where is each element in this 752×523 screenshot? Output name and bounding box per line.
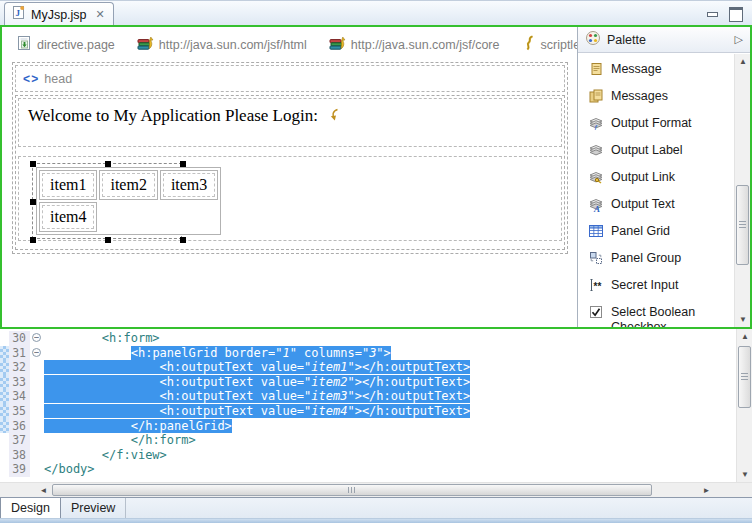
- code-segment: </f:view>: [102, 448, 167, 462]
- fold-column: [30, 404, 44, 419]
- panel-grid-zone[interactable]: item1item2item3item4: [18, 156, 562, 241]
- code-segment: <h:panelGrid border=: [131, 346, 276, 360]
- palette-item-select-boolean-checkbox[interactable]: Select Boolean Checkbox: [588, 305, 734, 327]
- line-selection-marker: [0, 346, 9, 361]
- selection-handle[interactable]: [180, 237, 186, 243]
- palette-header[interactable]: Palette ▷: [578, 27, 750, 53]
- directive-item-directive-page[interactable]: directive.page: [16, 35, 115, 55]
- grid-cell[interactable]: item4: [39, 202, 97, 232]
- scroll-down-icon[interactable]: ▼: [737, 467, 752, 482]
- svg-text:**: **: [594, 281, 602, 292]
- palette-item-message[interactable]: Message: [588, 62, 734, 81]
- selection-handle[interactable]: [30, 237, 36, 243]
- source-editor[interactable]: 30− <h:form>31− <h:panelGrid border="1" …: [0, 329, 752, 482]
- source-hscrollbar-thumb[interactable]: [52, 484, 652, 496]
- code-line[interactable]: 37 </h:form>: [0, 433, 735, 448]
- body-element-outline[interactable]: < > head Welcome to My Application Pleas…: [12, 62, 568, 254]
- directive-item-label: http://java.sun.com/jsf/core: [351, 38, 500, 52]
- selection-handle[interactable]: [105, 237, 111, 243]
- code-text: </body>: [44, 462, 95, 477]
- line-selection-marker: [0, 433, 9, 448]
- fold-column: [30, 389, 44, 404]
- code-line[interactable]: 32 <h:outputText value="item1"></h:outpu…: [0, 360, 735, 375]
- fold-toggle-icon[interactable]: −: [32, 348, 41, 357]
- grid-cell-text: item3: [163, 173, 215, 197]
- panel-group-icon: [588, 251, 604, 270]
- palette-item-label: Panel Grid: [611, 224, 719, 239]
- code-text: <h:outputText value="item4"></h:outputTe…: [44, 404, 470, 419]
- tab-close-icon[interactable]: ✕: [96, 8, 105, 21]
- grid-cell[interactable]: item3: [160, 170, 218, 200]
- code-line[interactable]: 30− <h:form>: [0, 331, 735, 346]
- welcome-paragraph[interactable]: Welcome to My Application Please Login:: [18, 98, 562, 147]
- fold-column: [30, 433, 44, 448]
- palette-list: MessageMessagesfOutput FormatOutput Labe…: [578, 54, 734, 327]
- head-element-label: head: [44, 72, 72, 86]
- code-line[interactable]: 34 <h:outputText value="item3"></h:outpu…: [0, 389, 735, 404]
- directive-item-http-java-sun-com-jsf-core[interactable]: http://java.sun.com/jsf/core: [329, 35, 500, 55]
- head-element[interactable]: < > head: [15, 65, 565, 92]
- view-tabs: DesignPreview: [0, 498, 126, 519]
- palette-item-output-text[interactable]: AOutput Text: [588, 197, 734, 216]
- output-text-icon: A: [588, 197, 604, 216]
- view-tab-preview[interactable]: Preview: [61, 498, 126, 519]
- palette-scrollbar[interactable]: ▲ ▼: [734, 54, 750, 327]
- output-label-icon: [588, 143, 604, 162]
- scroll-down-icon[interactable]: ▼: [735, 312, 751, 327]
- panel-grid-selection[interactable]: item1item2item3item4: [32, 163, 182, 239]
- view-tab-design[interactable]: Design: [0, 498, 61, 519]
- code-line[interactable]: 31− <h:panelGrid border="1" columns="3">: [0, 346, 735, 361]
- fold-toggle-icon[interactable]: −: [32, 333, 41, 342]
- code-line[interactable]: 33 <h:outputText value="item2"></h:outpu…: [0, 375, 735, 390]
- line-number: 35: [9, 404, 30, 419]
- directive-item-http-java-sun-com-jsf-html[interactable]: http://java.sun.com/jsf/html: [137, 35, 307, 55]
- directive-item-scriptlet[interactable]: scriptlet: [522, 35, 578, 55]
- code-line[interactable]: 35 <h:outputText value="item4"></h:outpu…: [0, 404, 735, 419]
- fold-column: [30, 360, 44, 375]
- editor-tab-myjsp[interactable]: J MyJsp.jsp ✕: [4, 2, 114, 26]
- code-line[interactable]: 36 </h:panelGrid>: [0, 419, 735, 434]
- minimize-editor-button[interactable]: [706, 7, 719, 18]
- palette-scrollbar-thumb[interactable]: [736, 185, 749, 265]
- scroll-up-icon[interactable]: ▲: [737, 329, 752, 344]
- scroll-up-icon[interactable]: ▲: [735, 54, 751, 69]
- source-hscrollbar[interactable]: ◄ ►: [0, 482, 752, 497]
- palette-flyout-arrow-icon[interactable]: ▷: [735, 33, 743, 46]
- grid-cell[interactable]: item1: [39, 170, 97, 200]
- line-selection-marker: [0, 462, 9, 477]
- form-element-outline[interactable]: Welcome to My Application Please Login:: [15, 95, 565, 250]
- messages-icon: [588, 89, 604, 108]
- code-text: <h:form>: [44, 331, 160, 346]
- code-segment: "item1": [304, 360, 355, 374]
- palette-item-panel-grid[interactable]: Panel Grid: [588, 224, 734, 243]
- design-canvas[interactable]: directive.pagehttp://java.sun.com/jsf/ht…: [2, 27, 577, 327]
- directive-item-label: scriptlet: [541, 38, 578, 52]
- grid-cell[interactable]: item2: [99, 170, 157, 200]
- source-vscrollbar[interactable]: ▲ ▼: [736, 329, 752, 482]
- palette-item-output-link[interactable]: Output Link: [588, 170, 734, 189]
- palette-item-messages[interactable]: Messages: [588, 89, 734, 108]
- palette-item-secret-input[interactable]: **Secret Input: [588, 278, 734, 297]
- output-format-icon: f: [588, 116, 604, 135]
- panel-grid-table[interactable]: item1item2item3item4: [36, 167, 221, 235]
- maximize-editor-button[interactable]: [729, 7, 742, 18]
- palette-item-output-format[interactable]: fOutput Format: [588, 116, 734, 135]
- code-segment: "item3": [304, 389, 355, 403]
- line-selection-marker: [0, 375, 9, 390]
- code-lines: 30− <h:form>31− <h:panelGrid border="1" …: [0, 331, 735, 477]
- code-line[interactable]: 38 </f:view>: [0, 448, 735, 463]
- directive-item-label: http://java.sun.com/jsf/html: [159, 38, 307, 52]
- palette-item-output-label[interactable]: Output Label: [588, 143, 734, 162]
- palette-item-panel-group[interactable]: Panel Group: [588, 251, 734, 270]
- cursor-anchor-icon: [322, 106, 340, 125]
- source-vscrollbar-thumb[interactable]: [738, 346, 751, 408]
- palette-item-label: Secret Input: [611, 278, 719, 293]
- code-line[interactable]: 39</body>: [0, 462, 735, 477]
- line-selection-marker: [0, 419, 9, 434]
- code-segment: "3": [362, 346, 384, 360]
- scroll-left-icon[interactable]: ◄: [36, 483, 51, 498]
- line-number: 32: [9, 360, 30, 375]
- code-segment: ></h:outputText>: [355, 404, 471, 418]
- scroll-right-icon[interactable]: ►: [699, 483, 714, 498]
- palette-item-label: Message: [611, 62, 719, 77]
